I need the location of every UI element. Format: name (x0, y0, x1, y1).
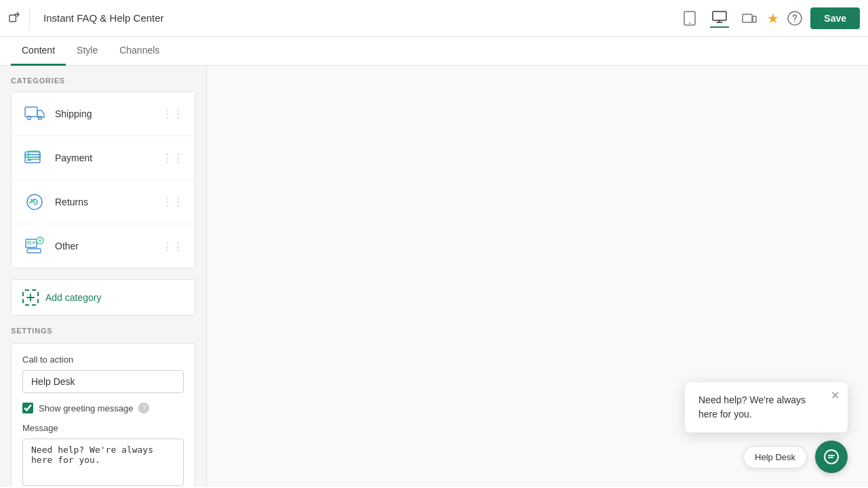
category-name-shipping: Shipping (55, 108, 162, 119)
message-section: Message Need help? We're always here for… (22, 423, 184, 487)
category-item-payment[interactable]: Payment ⋮⋮ (12, 136, 195, 180)
topbar: Instant FAQ & Help Center ★ (0, 0, 868, 37)
message-textarea[interactable]: Need help? We're always here for you. (22, 439, 184, 486)
back-button[interactable] (8, 7, 30, 29)
add-category-icon (22, 289, 39, 306)
category-name-payment: Payment (55, 152, 162, 163)
chat-popup-close[interactable]: ✕ (831, 389, 840, 402)
drag-handle-other[interactable]: ⋮⋮ (162, 240, 184, 253)
main-layout: CATEGORIES Shipping ⋮⋮ (0, 66, 868, 487)
settings-label: SETTINGS (11, 327, 195, 343)
star-icon[interactable]: ★ (767, 10, 779, 26)
show-greeting-row: Show greeting message ? (22, 403, 184, 413)
add-category-container: Add category (11, 279, 195, 316)
tab-style[interactable]: Style (66, 37, 108, 66)
svg-rect-18 (28, 241, 31, 244)
cta-label: Call to action (22, 354, 184, 365)
svg-rect-4 (743, 14, 752, 22)
tab-bar: Content Style Channels (0, 37, 868, 66)
svg-point-9 (28, 117, 31, 120)
chat-fab-icon (823, 449, 840, 465)
category-item-shipping[interactable]: Shipping ⋮⋮ (12, 92, 195, 136)
desktop-icon[interactable] (710, 9, 729, 28)
greeting-info-icon[interactable]: ? (138, 403, 149, 413)
drag-handle-returns[interactable]: ⋮⋮ (162, 196, 184, 209)
settings-card: Call to action Show greeting message ? M… (11, 343, 195, 487)
category-item-returns[interactable]: $ Returns ⋮⋮ (12, 180, 195, 224)
chat-bar: Help Desk (743, 441, 848, 473)
add-category-label: Add category (45, 292, 102, 303)
show-greeting-checkbox[interactable] (22, 403, 33, 413)
responsive-icon[interactable] (740, 9, 759, 28)
svg-rect-5 (753, 16, 756, 22)
svg-rect-8 (25, 107, 37, 117)
device-icons (680, 9, 759, 28)
chat-fab-button[interactable] (815, 441, 848, 473)
returns-icon: $ (22, 190, 47, 214)
svg-point-21 (825, 450, 838, 464)
svg-point-7 (794, 21, 795, 22)
message-label: Message (22, 423, 184, 433)
canvas: ✕ Need help? We're always here for you. … (207, 66, 868, 487)
svg-point-2 (689, 22, 690, 24)
drag-handle-payment[interactable]: ⋮⋮ (162, 152, 184, 165)
category-name-returns: Returns (55, 197, 162, 207)
chat-popup-text: Need help? We're always here for you. (698, 393, 834, 422)
save-button[interactable]: Save (810, 7, 860, 29)
chat-popup: ✕ Need help? We're always here for you. (685, 382, 848, 432)
svg-rect-3 (713, 12, 726, 20)
help-desk-button[interactable]: Help Desk (743, 446, 807, 468)
tab-content[interactable]: Content (11, 37, 66, 66)
settings-section: SETTINGS Call to action Show greeting me… (0, 327, 206, 487)
payment-icon (22, 146, 47, 170)
categories-label: CATEGORIES (0, 77, 206, 92)
mobile-icon[interactable] (680, 9, 699, 28)
svg-rect-0 (9, 15, 16, 22)
topbar-actions: ★ Save (767, 7, 860, 29)
shipping-icon (22, 102, 47, 126)
categories-list: Shipping ⋮⋮ Payment ⋮⋮ (11, 92, 195, 268)
category-item-other[interactable]: Other ⋮⋮ (12, 224, 195, 268)
svg-point-10 (39, 117, 42, 120)
drag-handle-shipping[interactable]: ⋮⋮ (162, 108, 184, 121)
svg-text:$: $ (33, 199, 35, 205)
help-circle-icon[interactable] (787, 11, 802, 26)
other-icon (22, 234, 47, 258)
show-greeting-label: Show greeting message (39, 403, 133, 413)
app-title: Instant FAQ & Help Center (38, 12, 672, 24)
sidebar: CATEGORIES Shipping ⋮⋮ (0, 66, 207, 487)
add-category-button[interactable]: Add category (12, 280, 195, 315)
tab-channels[interactable]: Channels (108, 37, 170, 66)
svg-rect-12 (25, 155, 40, 157)
category-name-other: Other (55, 241, 162, 251)
svg-rect-19 (27, 249, 41, 253)
cta-input[interactable] (22, 370, 184, 393)
